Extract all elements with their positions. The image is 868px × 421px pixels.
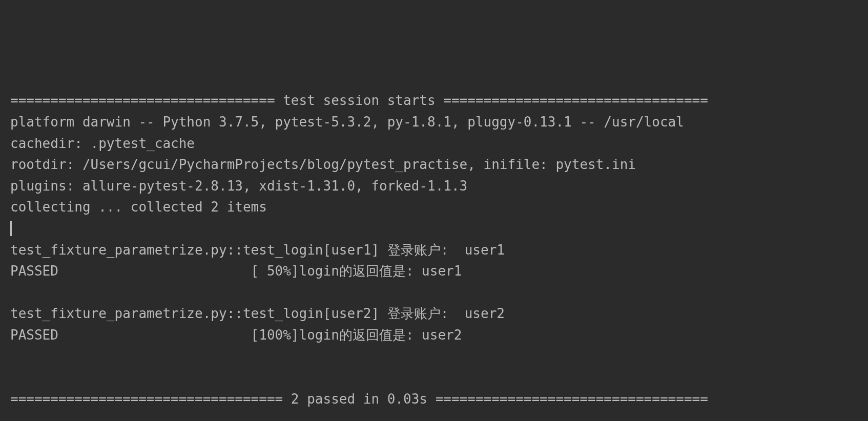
- blank-line: [10, 410, 858, 421]
- cachedir-info: cachedir: .pytest_cache: [10, 133, 858, 155]
- blank-line: [10, 346, 858, 368]
- plugins-info: plugins: allure-pytest-2.8.13, xdist-1.3…: [10, 176, 858, 197]
- collecting-info: collecting ... collected 2 items: [10, 197, 858, 218]
- terminal-output[interactable]: ================================= test s…: [10, 90, 858, 421]
- cursor-icon: [10, 221, 12, 236]
- cursor-line: [10, 218, 858, 240]
- session-start-header: ================================= test s…: [10, 90, 858, 112]
- passed-user2: PASSED [100%]login的返回值是: user2: [10, 325, 858, 346]
- blank-line: [10, 282, 858, 304]
- test-result-user1: test_fixture_parametrize.py::test_login[…: [10, 240, 858, 261]
- rootdir-info: rootdir: /Users/gcui/PycharmProjects/blo…: [10, 154, 858, 176]
- passed-user1: PASSED [ 50%]login的返回值是: user1: [10, 261, 858, 282]
- blank-line: [10, 367, 858, 389]
- summary-line: ================================== 2 pas…: [10, 389, 858, 410]
- platform-info: platform darwin -- Python 3.7.5, pytest-…: [10, 112, 858, 133]
- test-result-user2: test_fixture_parametrize.py::test_login[…: [10, 303, 858, 325]
